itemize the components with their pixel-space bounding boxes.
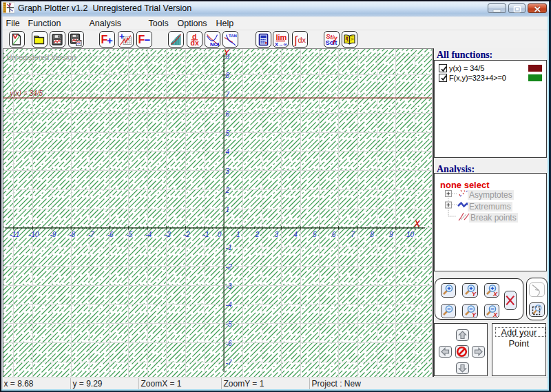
svg-text:8: 8	[225, 72, 229, 79]
svg-text:NOP: NOP	[210, 41, 219, 46]
svg-text:Y: Y	[224, 49, 230, 56]
svg-text:2: 2	[225, 186, 229, 194]
svg-text:6: 6	[225, 110, 229, 117]
svg-text:y(x) = 34/5: y(x) = 34/5	[9, 89, 43, 96]
svg-text:5: 5	[313, 230, 317, 238]
svg-text:-6: -6	[107, 230, 113, 238]
svg-text:5: 5	[225, 129, 229, 136]
svg-text:0: 0	[217, 230, 221, 238]
svg-text:Unregistered Version: Unregistered Version	[6, 53, 76, 61]
svg-text:-5: -5	[225, 320, 231, 328]
svg-text:-11: -11	[10, 230, 19, 238]
svg-text:10: 10	[406, 230, 415, 238]
svg-text:dx: dx	[298, 36, 306, 44]
svg-text:-1: -1	[225, 244, 231, 251]
svg-text:1: 1	[236, 230, 240, 238]
svg-text:Y: Y	[472, 291, 477, 297]
svg-text:−: −	[144, 33, 150, 45]
svg-text:-9: -9	[50, 230, 56, 238]
svg-text:1: 1	[225, 205, 229, 213]
svg-text:Y: Y	[472, 311, 477, 318]
svg-text:4: 4	[293, 230, 298, 238]
svg-text:-8: -8	[69, 230, 75, 238]
svg-text:TAN: TAN	[229, 33, 237, 37]
svg-text:ft: ft	[333, 39, 337, 46]
svg-text:4: 4	[225, 148, 229, 156]
svg-text:3: 3	[274, 230, 278, 238]
svg-text:-2: -2	[225, 262, 231, 270]
svg-text:-10: -10	[28, 230, 39, 238]
svg-text:8: 8	[370, 230, 374, 238]
svg-text:-2: -2	[183, 230, 189, 238]
svg-text:2: 2	[254, 230, 259, 238]
svg-text:X: X	[492, 291, 498, 297]
svg-text:9: 9	[389, 230, 393, 238]
svg-text:-3: -3	[225, 282, 231, 289]
svg-text:+: +	[107, 34, 113, 45]
svg-text:-1: -1	[202, 230, 209, 238]
svg-text:3: 3	[225, 167, 229, 175]
svg-text:7: 7	[225, 91, 229, 99]
svg-text:X: X	[413, 219, 420, 229]
svg-text:X→∞: X→∞	[275, 41, 287, 46]
svg-text:-3: -3	[164, 230, 170, 238]
svg-text:dx: dx	[191, 39, 199, 46]
svg-text:lim: lim	[276, 33, 287, 41]
svg-text:-4: -4	[225, 301, 231, 309]
svg-text:X: X	[492, 311, 498, 318]
svg-text:6: 6	[331, 230, 335, 238]
svg-text:7: 7	[351, 230, 355, 238]
svg-text:-6: -6	[225, 339, 231, 347]
svg-text:-7: -7	[225, 358, 231, 366]
svg-text:-7: -7	[87, 230, 94, 238]
svg-text:-4: -4	[145, 230, 152, 238]
svg-text:-5: -5	[126, 230, 132, 238]
